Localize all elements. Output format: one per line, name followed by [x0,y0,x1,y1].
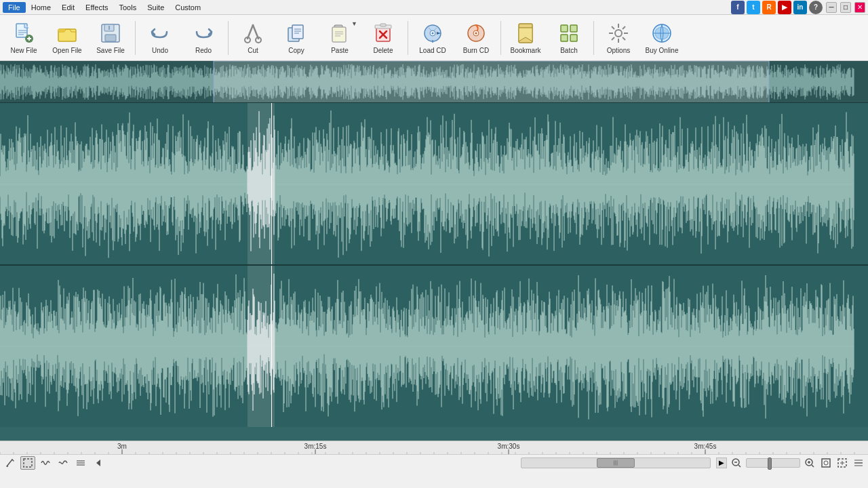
svg-rect-76 [822,459,830,467]
options-button[interactable]: Options [597,17,639,59]
linkedin-icon[interactable]: in [793,1,807,14]
wave-tool-3-button[interactable] [73,456,88,470]
buy-online-label: Buy Online [646,47,679,54]
buy-online-button[interactable]: Buy Online [641,17,683,59]
zoom-selection-button[interactable] [835,456,849,470]
scrollbar-thumb[interactable] [597,458,635,468]
undo-icon [148,21,172,45]
svg-rect-31 [380,24,386,26]
scrollbar-controls: ▶ [716,458,727,468]
pencil-tool-button[interactable] [3,456,18,470]
save-file-button[interactable]: Save File [90,17,132,59]
arrow-left-button[interactable] [91,456,106,470]
cut-icon [241,21,265,45]
svg-rect-61 [24,459,32,467]
save-file-label: Save File [96,47,125,54]
facebook-icon[interactable]: f [731,1,745,14]
waveform-container[interactable] [0,61,868,441]
divider-5 [593,21,594,55]
burn-cd-button[interactable]: Burn CD [455,17,497,59]
extra-tool-button[interactable] [852,456,865,470]
wave-tool-1-button[interactable] [38,456,53,470]
burn-cd-label: Burn CD [463,47,489,54]
new-file-button[interactable]: New File [3,17,45,59]
svg-marker-65 [96,460,100,466]
toolbar: New File Open File Save File [0,15,868,61]
buy-online-icon [650,21,674,45]
save-file-icon [98,21,123,45]
svg-rect-44 [570,25,577,32]
youtube-icon[interactable]: ▶ [778,1,791,14]
paste-button[interactable]: ▼ Paste [319,17,361,59]
social-bar: f t R ▶ in ? ─ □ ✕ [731,1,865,14]
menu-tools[interactable]: Tools [113,2,142,13]
svg-line-52 [612,26,614,29]
options-icon [606,21,631,45]
batch-label: Batch [560,47,578,54]
wave-tool-2-button[interactable] [56,456,71,470]
open-file-button[interactable]: Open File [46,17,88,59]
new-file-icon [12,21,36,45]
svg-point-39 [475,33,477,35]
paste-label: Paste [331,47,349,54]
bookmark-label: Bookmark [510,47,540,54]
batch-button[interactable]: Batch [548,17,590,59]
options-label: Options [607,47,630,54]
svg-rect-43 [561,25,568,32]
zoom-in-button[interactable] [803,456,816,470]
divider-3 [408,21,408,55]
minimize-button[interactable]: ─ [826,2,837,13]
menu-custom[interactable]: Custom [170,2,206,13]
menu-effects[interactable]: Effects [80,2,113,13]
paste-dropdown-arrow[interactable]: ▼ [351,20,357,27]
delete-button[interactable]: Delete [362,17,404,59]
batch-icon [557,21,581,45]
scrollbar-track[interactable] [521,458,711,468]
new-file-label: New File [11,47,37,54]
svg-rect-23 [332,27,346,42]
svg-rect-8 [58,29,65,32]
svg-line-13 [248,25,253,39]
close-button[interactable]: ✕ [854,2,865,13]
copy-button[interactable]: Copy [275,17,317,59]
zoom-slider[interactable] [746,458,800,468]
overview-canvas [0,61,854,103]
svg-rect-46 [570,35,577,41]
menu-file[interactable]: File [3,2,26,13]
waveform-channel-bottom[interactable] [0,266,868,427]
svg-line-71 [738,465,741,467]
select-tool-button[interactable] [20,456,35,470]
load-cd-icon [420,21,445,45]
svg-point-34 [432,33,434,35]
open-file-icon [55,21,79,45]
overview-waveform[interactable] [0,61,868,103]
svg-point-77 [824,461,828,465]
bookmark-button[interactable]: Bookmark [505,17,547,59]
svg-line-59 [12,460,14,461]
twitter-icon[interactable]: t [747,1,760,14]
menu-suite[interactable]: Suite [142,2,170,13]
scroll-right-button[interactable]: ▶ [716,458,727,468]
zoom-fit-button[interactable] [819,456,833,470]
waveform-channel-top[interactable] [0,103,868,266]
cut-button[interactable]: Cut [232,17,274,59]
load-cd-label: Load CD [419,47,446,54]
svg-line-55 [612,37,614,40]
maximize-button[interactable]: □ [840,2,851,13]
menu-home[interactable]: Home [26,2,56,13]
open-file-label: Open File [52,47,81,54]
redo-button[interactable]: Redo [182,17,224,59]
load-cd-button[interactable]: Load CD [412,17,454,59]
status-bar: ▶ [0,454,868,470]
svg-rect-45 [561,35,568,41]
undo-label: Undo [152,47,168,54]
zoom-slider-thumb[interactable] [768,458,772,470]
zoom-out-button[interactable] [730,456,743,470]
delete-label: Delete [374,47,393,54]
help-icon[interactable]: ? [809,1,823,14]
divider-2 [228,21,229,55]
undo-button[interactable]: Undo [139,17,181,59]
divider-1 [135,21,136,55]
menu-edit[interactable]: Edit [56,2,80,13]
rss-icon[interactable]: R [762,1,776,14]
